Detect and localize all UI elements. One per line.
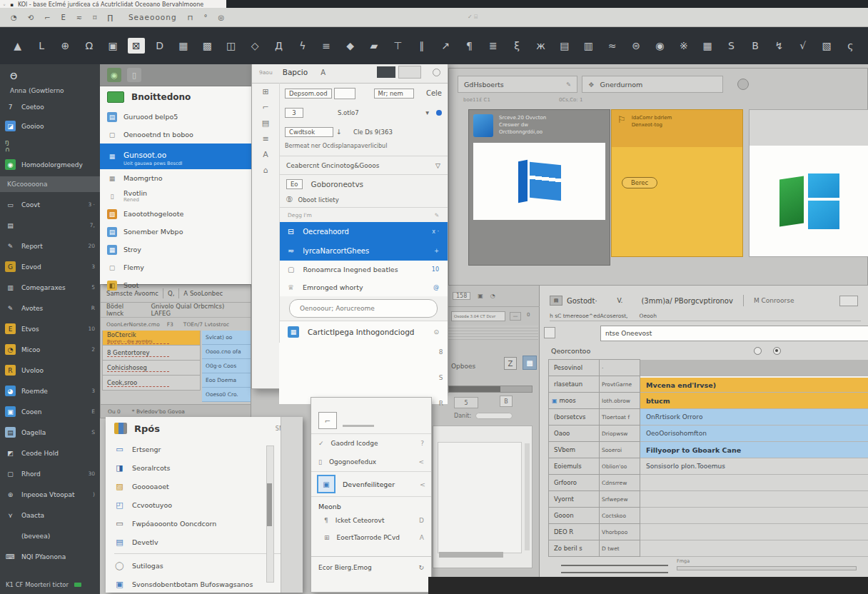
toolbar-icon[interactable]: ▣: [101, 40, 125, 51]
record-value-cell[interactable]: O0g·o Coos: [202, 359, 251, 373]
menu-icon[interactable]: ⟲: [28, 14, 34, 21]
toolbar-icon[interactable]: ς: [839, 40, 862, 51]
sidebar-item[interactable]: R Uvoloo: [0, 360, 100, 381]
arrow-down-icon[interactable]: ↓: [336, 128, 342, 136]
sidebar-item[interactable]: G Eovod 3: [0, 256, 100, 277]
toolbar-icon[interactable]: S: [720, 40, 743, 51]
section-row[interactable]: Ceabercnt Gncinotog&Gooos ▽: [279, 156, 448, 174]
toolbar-icon[interactable]: ⊕: [54, 40, 77, 51]
record-value-cell[interactable]: Ooeso0 Cro.: [202, 388, 251, 402]
menu-right-icon[interactable]: °: [203, 14, 207, 21]
sidebar-item[interactable]: ▥ Comegaraxes 5: [0, 277, 100, 298]
row-field-cell[interactable]: Srfwepew: [600, 490, 640, 508]
tab-label-2[interactable]: Oeooh: [639, 313, 656, 319]
app-list-item[interactable]: ▨ Gooooaoet: [106, 477, 274, 495]
toolbar-icon[interactable]: ↯: [767, 40, 791, 51]
rail-icon[interactable]: ⌂: [263, 166, 268, 175]
menu-item[interactable]: ▤ Sonember Mvbpo: [100, 223, 251, 241]
toolbar-icon[interactable]: ↗: [433, 40, 457, 51]
row-label-cell[interactable]: Zo beril s: [548, 540, 600, 557]
sidebar-item[interactable]: (beveea): [0, 525, 100, 546]
toolbar-icon[interactable]: ▰: [362, 40, 385, 51]
app-list-item[interactable]: ◰ Ccvootuyoo: [106, 495, 274, 514]
sidebar-search-bar[interactable]: KGcooooona: [0, 176, 100, 192]
mid-field[interactable]: Osooda 3.04 CT Dcvr: [451, 311, 505, 321]
toolbar-icon[interactable]: ▦: [696, 40, 720, 51]
sidebar-item[interactable]: ▭ Coovt 3 ·: [0, 194, 100, 215]
toolbar-icon[interactable]: ◉: [648, 40, 672, 51]
row-label-cell[interactable]: ▣ moos: [548, 392, 600, 409]
menu-icon[interactable]: ≂: [76, 14, 82, 21]
nav-item-highlighted[interactable]: ▣ Devenfeiliteger <: [311, 471, 431, 497]
row-label-cell[interactable]: Gooon: [548, 507, 600, 524]
row-value-cell[interactable]: [640, 508, 868, 524]
pencil-icon[interactable]: ✎: [566, 81, 571, 88]
row-value-cell[interactable]: [640, 360, 868, 376]
sidebar-item[interactable]: ▣ Cooen E: [0, 401, 100, 422]
menu-item-selected[interactable]: ▦ Gunsoot.oo Ueit gauswa pews Bescdl: [100, 144, 251, 169]
menu-icon[interactable]: ⌐: [44, 14, 50, 21]
radio-button[interactable]: [754, 347, 762, 355]
pencil-icon[interactable]: ✎: [435, 212, 439, 218]
z-button[interactable]: Z: [504, 357, 517, 370]
toolbar-icon[interactable]: ▦: [171, 40, 195, 51]
row-field-cell[interactable]: Coctskoo: [600, 507, 640, 524]
app-list-item[interactable]: ▣ Svonsdobentbotam Bufoswagsanos: [106, 575, 274, 593]
tab-icon[interactable]: A: [321, 69, 326, 76]
record-value-cell[interactable]: Svlcat) oo: [202, 331, 251, 345]
toolbar-icon[interactable]: ⊠: [128, 38, 145, 54]
tool-tile-icon[interactable]: ▩: [523, 356, 537, 370]
header-field-1[interactable]: GdHsboerts ✎: [458, 76, 577, 93]
section-row-3[interactable]: Ⓑ Oboot lictiety: [279, 193, 448, 207]
toolbar-icon[interactable]: ≈: [600, 40, 624, 51]
app-list-item[interactable]: ◯ Sutilogas: [106, 556, 274, 575]
rail-icon[interactable]: ⌐: [262, 103, 268, 112]
row-field-cell[interactable]: Ioth.obrow: [600, 392, 640, 409]
preview-scrollbar[interactable]: [525, 443, 530, 550]
row-field-cell[interactable]: Cdnsrrew: [600, 474, 640, 491]
light-button[interactable]: [398, 66, 421, 79]
menu-item[interactable]: ▧ Eaootothogeloote: [100, 205, 251, 223]
expand-icon[interactable]: ▽: [435, 162, 440, 169]
sidebar-item[interactable]: ⋎ Oaacta: [0, 505, 100, 525]
menu-icon[interactable]: ⌑: [93, 14, 96, 21]
row-field-cell[interactable]: Sooeroi: [600, 441, 640, 458]
toolbar-icon[interactable]: ≣: [481, 40, 505, 51]
header-field-2[interactable]: ❖ Gnerdurnom: [582, 76, 723, 93]
toolbar-icon[interactable]: ¶: [458, 40, 481, 51]
row-value-cell[interactable]: [640, 540, 868, 557]
sidebar-item[interactable]: ▤ Oagella S: [0, 422, 100, 443]
mini-tab[interactable]: 5: [454, 397, 478, 408]
sidebar-item[interactable]: ◔ Micoo 2: [0, 339, 100, 360]
sidebar-item[interactable]: ◕ Roemde 3: [0, 381, 100, 401]
search-icon[interactable]: ⊙: [433, 328, 439, 336]
small-box[interactable]: [334, 88, 355, 99]
toolbar-icon[interactable]: ⊜: [624, 40, 647, 51]
search-input[interactable]: [600, 326, 868, 341]
column-header-left[interactable]: OoonLerNorste.cmo: [106, 321, 160, 328]
berec-button[interactable]: Berec: [622, 177, 657, 188]
row-label-cell[interactable]: (borsetcvs: [548, 408, 600, 426]
dropdown-item[interactable]: ▢ Ronoamrca Inegned beatles 10: [279, 261, 448, 278]
tab-active[interactable]: Bapcio: [283, 68, 308, 76]
app-list-item[interactable]: ▤ Devetlv: [106, 533, 274, 551]
right-box-button[interactable]: [839, 296, 858, 306]
sidebar-item[interactable]: ◪ Gooioo: [0, 116, 100, 136]
toolbar-icon[interactable]: ж: [529, 40, 552, 51]
toolbar-icon[interactable]: √: [791, 40, 814, 51]
menu-item[interactable]: ◧ Soot: [100, 276, 251, 294]
row-label-cell[interactable]: DEO R: [548, 523, 600, 540]
toolbar-icon[interactable]: ▤: [552, 40, 576, 51]
row-value-cell[interactable]: Sonsisorlo plon.Tooemus: [640, 458, 868, 475]
tab-small[interactable]: 9aou: [259, 69, 273, 76]
apps-scrollbar[interactable]: [266, 446, 274, 583]
sidebar-item[interactable]: ⌨ NQI PYaonona: [0, 546, 100, 567]
app-list-item[interactable]: ◨ Seoralrcots: [106, 458, 274, 477]
row-value-cell[interactable]: OeoOorisohomfton: [640, 426, 868, 442]
record-row[interactable]: Cohicishoseg: [102, 361, 201, 376]
toolbar-icon[interactable]: ※: [672, 40, 695, 51]
filter-label[interactable]: Bödel lwnck: [106, 303, 142, 317]
b-button[interactable]: B: [500, 396, 513, 407]
danit-pill[interactable]: [475, 413, 513, 419]
dark-button[interactable]: [377, 66, 395, 78]
